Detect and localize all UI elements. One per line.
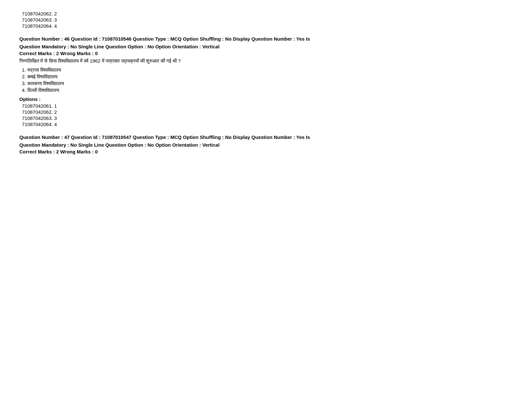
prev-option-item: 71087042064. 4	[22, 23, 513, 29]
prev-option-id-2: 71087042063	[22, 17, 52, 23]
q46-option-4: 71087042064. 4	[22, 122, 513, 127]
q46-ans-num-4: 4.	[22, 87, 27, 93]
question-47-block: Question Number : 47 Question Id : 71087…	[19, 133, 513, 154]
prev-question-options: 71087042062. 2 71087042063. 3 7108704206…	[19, 11, 513, 29]
q46-ans-text-4: दिल्ली विश्वविद्यालय	[27, 87, 59, 93]
question-47-meta-line1: Question Number : 47 Question Id : 71087…	[19, 133, 513, 141]
question-46-answer-options: 1. मद्रास विश्वविद्यालय 2. बम्बई विश्ववि…	[22, 67, 513, 93]
prev-option-val-1: 2	[54, 11, 57, 16]
question-46-marks: Correct Marks : 2 Wrong Marks : 0	[19, 51, 513, 56]
q46-ans-num-1: 1.	[22, 67, 27, 73]
prev-option-val-2: 3	[54, 17, 57, 23]
q46-option-id-3: 71087042063	[22, 115, 52, 121]
q46-option-id-2: 71087042062	[22, 109, 52, 115]
question-46-block: Question Number : 46 Question Id : 71087…	[19, 35, 513, 127]
q46-answer-option-3: 3. कलकत्ता विश्वविद्यालय	[22, 81, 513, 86]
prev-option-val-3: 4	[54, 23, 57, 29]
question-47-meta-line2: Question Mandatory : No Single Line Ques…	[19, 141, 513, 149]
question-46-options-list: 71087042061. 1 71087042062. 2 7108704206…	[22, 103, 513, 127]
q46-option-val-3: 3	[54, 115, 57, 121]
q46-ans-num-2: 2.	[22, 74, 27, 79]
prev-option-item: 71087042062. 2	[22, 11, 513, 16]
q46-option-val-2: 2	[54, 109, 57, 115]
question-46-text: निम्नलिखित में से किस विश्वविद्यालय में …	[19, 58, 513, 64]
question-46-meta-line2: Question Mandatory : No Single Line Ques…	[19, 43, 513, 51]
q46-option-val-4: 4	[54, 122, 57, 127]
q46-ans-text-3: कलकत्ता विश्वविद्यालय	[27, 81, 64, 86]
prev-options-list: 71087042062. 2 71087042063. 3 7108704206…	[22, 11, 513, 29]
q46-option-2: 71087042062. 2	[22, 109, 513, 115]
q46-ans-num-3: 3.	[22, 81, 27, 86]
q46-option-val-1: 1	[54, 103, 57, 109]
q46-ans-text-2: बम्बई विश्वविद्यालय	[27, 74, 57, 79]
q46-answer-option-1: 1. मद्रास विश्वविद्यालय	[22, 67, 513, 73]
question-47-meta: Question Number : 47 Question Id : 71087…	[19, 133, 513, 149]
prev-option-id-3: 71087042064	[22, 23, 52, 29]
q46-option-1: 71087042061. 1	[22, 103, 513, 109]
question-47-marks: Correct Marks : 2 Wrong Marks : 0	[19, 149, 513, 154]
question-46-options-label: Options :	[19, 96, 513, 102]
q46-option-id-1: 71087042061	[22, 103, 52, 109]
q46-answer-option-2: 2. बम्बई विश्वविद्यालय	[22, 74, 513, 80]
prev-option-item: 71087042063. 3	[22, 17, 513, 23]
q46-answer-option-4: 4. दिल्ली विश्वविद्यालय	[22, 87, 513, 93]
question-46-meta: Question Number : 46 Question Id : 71087…	[19, 35, 513, 51]
q46-option-id-4: 71087042064	[22, 122, 52, 127]
question-46-meta-line1: Question Number : 46 Question Id : 71087…	[19, 35, 513, 43]
prev-option-id-1: 71087042062	[22, 11, 52, 16]
q46-option-3: 71087042063. 3	[22, 115, 513, 121]
q46-ans-text-1: मद्रास विश्वविद्यालय	[27, 67, 61, 73]
